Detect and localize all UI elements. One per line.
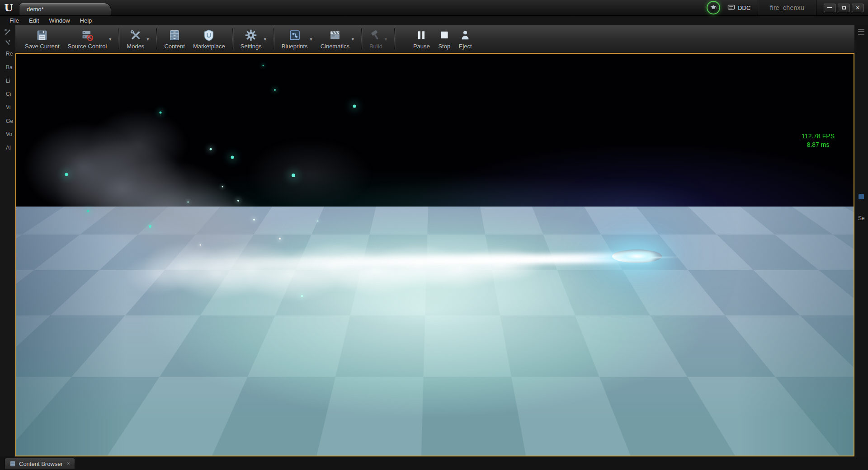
eject-label: Eject [459,43,472,50]
stop-label: Stop [438,43,450,50]
toolbar-separator [274,28,274,49]
chevron-down-icon[interactable]: ▾ [310,37,312,42]
place-actors-category-basic[interactable]: Ba [6,64,13,70]
place-actors-category-lights[interactable]: Li [6,78,10,84]
particle-dot [200,244,201,245]
build-hammer-icon [369,28,382,42]
pause-button[interactable]: Pause [409,27,434,51]
frame-time-value: 8.87 ms [802,141,835,149]
marketplace-button[interactable]: Marketplace [189,27,229,51]
place-actors-tool-icon [4,28,12,36]
toolbar-separator [156,28,157,49]
eject-person-icon [459,28,472,42]
menu-help[interactable]: Help [75,17,97,24]
save-current-label: Save Current [25,43,60,50]
eject-button[interactable]: Eject [455,27,476,51]
settings-gear-icon [245,28,257,42]
toolbar-separator [118,28,119,49]
blueprints-icon [288,28,301,42]
toolbar-separator [232,28,233,49]
stop-button[interactable]: Stop [434,27,455,51]
particle-dot [65,173,68,176]
right-panel-strip: Se [854,25,868,456]
settings-label: Settings [241,43,262,50]
place-actors-category-cinematic[interactable]: Ci [6,91,11,97]
cinematics-icon [329,28,341,42]
ddc-icon [727,5,735,11]
left-panel-strip: Re Ba Li Ci Vi Ge Vo Al [0,25,15,456]
place-actors-category-geometry[interactable]: Ge [6,118,13,124]
restore-icon [842,6,846,9]
particles-layer [16,54,854,456]
particle-dot [317,220,318,221]
chevron-down-icon[interactable]: ▾ [385,37,387,42]
viewport-scene [16,54,854,456]
unreal-editor-window: U demo* DDC fire_chenxu [0,0,868,470]
particle-dot [263,65,264,66]
place-actors-category-recently-placed[interactable]: Re [6,51,13,57]
toolbar-separator [361,28,362,49]
save-current-button[interactable]: Save Current [21,27,64,51]
particle-dot [301,295,303,297]
particle-dot [231,156,234,159]
cinematics-label: Cinematics [321,43,349,50]
session-label: fire_chenxu [758,0,816,15]
particle-dot [237,200,239,202]
particle-dot [159,111,161,113]
chevron-down-icon[interactable]: ▾ [352,37,354,42]
minimize-button[interactable] [824,4,835,12]
panel-menu-icon[interactable] [858,29,864,35]
blueprints-button[interactable]: Blueprints ▾ [278,27,316,51]
build-label: Build [369,43,382,50]
particle-dot [279,238,281,240]
collapsed-panel-icon[interactable] [859,194,864,199]
cinematics-button[interactable]: Cinematics ▾ [316,27,358,51]
game-viewport[interactable]: 112.78 FPS 8.87 ms [15,53,854,456]
particle-dot [209,148,212,150]
modes-icon [129,28,142,42]
place-actors-category-volumes[interactable]: Vo [6,131,12,137]
place-actors-brush-icon [4,39,12,47]
particle-dot [149,225,151,228]
unreal-logo-icon: U [0,0,17,15]
content-browser-icon [168,28,181,42]
unreal-logo-glyph: U [4,2,13,14]
chevron-down-icon[interactable]: ▾ [264,37,266,42]
stop-icon [438,28,451,42]
particle-dot [292,174,295,177]
place-actors-category-visual[interactable]: Vi [6,104,10,110]
tab-close-icon[interactable]: × [67,461,70,467]
minimize-icon [827,7,832,8]
level-tab[interactable]: demo* [19,3,111,15]
restore-button[interactable] [838,4,849,12]
content-browser-tab[interactable]: Content Browser × [5,458,75,469]
source-control-label: Source Control [68,43,107,50]
content-browser-tab-label: Content Browser [19,461,63,467]
tutorials-button[interactable] [707,1,720,14]
build-button[interactable]: Build ▾ [365,27,391,51]
modes-button[interactable]: Modes ▾ [123,27,153,51]
menu-file[interactable]: File [5,17,24,24]
main-toolbar: Save Current Source Control ▾ [15,25,854,53]
particle-dot [187,201,189,202]
close-icon: × [856,5,859,11]
particle-dot [274,89,276,91]
collapsed-panel-label[interactable]: Se [858,215,865,221]
window-controls: × [824,4,863,12]
chevron-down-icon[interactable]: ▾ [109,37,111,42]
chevron-down-icon[interactable]: ▾ [146,37,149,42]
ddc-status[interactable]: DDC [727,5,750,11]
save-icon [36,28,48,42]
content-button[interactable]: Content [160,27,189,51]
bottom-dock-bar: Content Browser × [0,456,868,470]
ddc-label: DDC [738,5,750,11]
toolbar-separator [394,28,395,49]
particle-dot [222,186,223,188]
menu-window[interactable]: Window [44,17,75,24]
settings-button[interactable]: Settings ▾ [236,27,270,51]
place-actors-category-all-classes[interactable]: Al [6,145,11,151]
blueprints-label: Blueprints [282,43,308,50]
close-button[interactable]: × [852,4,863,12]
menu-edit[interactable]: Edit [24,17,44,24]
source-control-button[interactable]: Source Control ▾ [64,27,116,51]
